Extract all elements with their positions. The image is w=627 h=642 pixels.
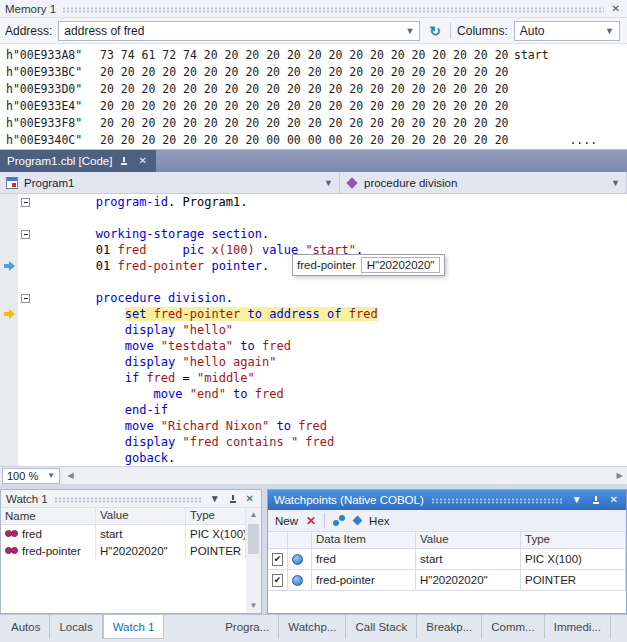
breakpoint-margin[interactable] xyxy=(0,370,18,386)
watchpoint-checkbox[interactable]: ✔ xyxy=(272,553,283,566)
memory-address: h"00E933D0" xyxy=(6,81,100,98)
watchpoints-title: Watchpoints (Native COBOL) xyxy=(274,494,424,506)
yellow-arrow-icon[interactable] xyxy=(0,306,18,322)
datatip-name: fred-pointer xyxy=(297,259,356,271)
blue-arrow-icon[interactable] xyxy=(0,258,18,274)
watchpoint-action-icon[interactable] xyxy=(353,516,363,526)
bottom-tab-watch-1[interactable]: Watch 1 xyxy=(103,615,165,639)
tab-program1-cbl[interactable]: Program1.cbl [Code] ✕ xyxy=(0,150,156,172)
breakpoint-margin[interactable] xyxy=(0,226,18,242)
window-menu-icon[interactable]: ▼ xyxy=(570,495,584,505)
breakpoint-margin[interactable] xyxy=(0,402,18,418)
fold-toggle-icon[interactable] xyxy=(18,194,32,210)
breakpoint-margin[interactable] xyxy=(0,338,18,354)
delete-watchpoint-icon[interactable]: ✕ xyxy=(306,515,316,527)
column-header-type[interactable]: Type xyxy=(186,508,246,524)
breakpoint-margin[interactable] xyxy=(0,418,18,434)
new-watchpoint-button[interactable]: New xyxy=(275,515,298,527)
breakpoint-margin[interactable] xyxy=(0,386,18,402)
watch-type: POINTER xyxy=(190,545,241,557)
scroll-down-icon[interactable]: ▼ xyxy=(250,599,258,613)
watch-row[interactable]: fred-pointerH"20202020"POINTER xyxy=(1,542,246,559)
zoom-dropdown[interactable]: 100 % ▼ xyxy=(2,468,60,484)
bottom-tab-comm[interactable]: Comm... xyxy=(482,615,544,639)
bottom-tab-breakp[interactable]: Breakp... xyxy=(417,615,482,639)
breakpoint-margin[interactable] xyxy=(0,354,18,370)
bottom-tab-call-stack[interactable]: Call Stack xyxy=(346,615,417,639)
fold-margin xyxy=(18,370,32,386)
breakpoint-margin[interactable] xyxy=(0,194,18,210)
tab-close-icon[interactable]: ✕ xyxy=(136,156,148,166)
scrollbar-thumb[interactable] xyxy=(248,524,259,554)
address-combo[interactable]: address of fred ▼ xyxy=(58,21,420,41)
fold-toggle-icon[interactable] xyxy=(18,290,32,306)
window-menu-icon[interactable]: ▼ xyxy=(208,494,222,504)
scrollbar-track[interactable] xyxy=(78,468,612,484)
code-text: move "testdata" to fred xyxy=(32,338,291,354)
chevron-down-icon[interactable]: ▼ xyxy=(599,26,614,36)
watchpoint-row[interactable]: ✔fred-pointerH"20202020"POINTER xyxy=(268,570,626,591)
watch-close-icon[interactable]: ✕ xyxy=(244,494,256,504)
watch-row[interactable]: fredstartPIC X(100) xyxy=(1,525,246,542)
zoom-value: 100 % xyxy=(7,470,38,482)
watch-titlebar[interactable]: Watch 1 ▼ ✕ xyxy=(1,490,261,508)
column-header-type[interactable]: Type xyxy=(521,532,626,548)
memory-grid[interactable]: h"00E933A8"73 74 61 72 74 20 20 20 20 20… xyxy=(0,44,627,149)
bottom-tab-progra[interactable]: Progra... xyxy=(216,615,279,639)
watchpoints-column-headers: Data Item Value Type xyxy=(268,532,626,549)
breakpoint-margin[interactable] xyxy=(0,274,18,290)
disable-watchpoints-icon[interactable] xyxy=(333,515,346,527)
columns-combo[interactable]: Auto ▼ xyxy=(514,21,620,41)
vertical-scrollbar[interactable]: ▲ ▼ xyxy=(246,508,261,613)
refresh-icon[interactable]: ↻ xyxy=(426,24,444,38)
pin-icon[interactable] xyxy=(228,494,238,504)
code-line: end-if xyxy=(0,402,627,418)
chevron-down-icon[interactable]: ▼ xyxy=(603,178,620,188)
scrollbar-track[interactable] xyxy=(246,522,261,599)
bottom-tab-autos[interactable]: Autos xyxy=(2,615,50,639)
breakpoint-margin[interactable] xyxy=(0,242,18,258)
editor-zoombar: 100 % ▼ ◀ ▶ xyxy=(0,466,627,484)
code-text: working-storage section. xyxy=(32,226,269,242)
breakpoint-margin[interactable] xyxy=(0,210,18,226)
code-editor[interactable]: program-id. Program1. working-storage se… xyxy=(0,194,627,466)
scroll-right-icon[interactable]: ▶ xyxy=(612,468,627,484)
breakpoint-margin[interactable] xyxy=(0,290,18,306)
watch-title: Watch 1 xyxy=(6,493,48,505)
chevron-down-icon[interactable]: ▼ xyxy=(316,178,333,188)
watch-variable-icon xyxy=(5,547,18,554)
breakpoint-margin[interactable] xyxy=(0,322,18,338)
memory-titlebar[interactable]: Memory 1 ✕ xyxy=(0,0,627,18)
pin-icon[interactable] xyxy=(591,495,601,505)
hex-toggle-button[interactable]: Hex xyxy=(369,515,389,527)
fold-margin xyxy=(18,418,32,434)
breakpoint-margin[interactable] xyxy=(0,434,18,450)
watchpoint-checkbox[interactable]: ✔ xyxy=(272,574,283,587)
pin-icon[interactable] xyxy=(119,156,129,166)
column-header-name[interactable]: Name xyxy=(1,508,96,524)
datatip-value[interactable]: H"20202020" xyxy=(361,257,441,273)
scope-dropdown[interactable]: Program1 ▼ xyxy=(0,172,340,193)
scroll-up-icon[interactable]: ▲ xyxy=(250,508,258,522)
column-header-value[interactable]: Value xyxy=(416,532,521,548)
scroll-left-icon[interactable]: ◀ xyxy=(63,468,78,484)
memory-close-icon[interactable]: ✕ xyxy=(610,4,622,14)
memory-toolbar: Address: address of fred ▼ ↻ Columns: Au… xyxy=(0,18,627,44)
chevron-down-icon[interactable]: ▼ xyxy=(399,26,414,36)
breakpoint-margin[interactable] xyxy=(0,450,18,466)
horizontal-scrollbar[interactable]: ◀ ▶ xyxy=(63,468,627,484)
bottom-tab-immedi[interactable]: Immedi... xyxy=(545,615,611,639)
fold-toggle-icon[interactable] xyxy=(18,226,32,242)
chevron-down-icon[interactable]: ▼ xyxy=(47,471,55,480)
watchpoints-toolbar: New ✕ Hex xyxy=(268,510,626,532)
watchpoint-row[interactable]: ✔fredstartPIC X(100) xyxy=(268,549,626,570)
bottom-tab-watchp[interactable]: Watchp... xyxy=(279,615,346,639)
watchpoints-close-icon[interactable]: ✕ xyxy=(608,495,620,505)
column-header-data-item[interactable]: Data Item xyxy=(312,532,416,548)
code-text: move "end" to fred xyxy=(32,386,284,402)
member-dropdown[interactable]: procedure division ▼ xyxy=(340,172,627,193)
watch-value: H"20202020" xyxy=(100,545,168,557)
watchpoints-titlebar[interactable]: Watchpoints (Native COBOL) ▼ ✕ xyxy=(268,490,626,510)
column-header-value[interactable]: Value xyxy=(96,508,186,524)
bottom-tab-locals[interactable]: Locals xyxy=(50,615,102,639)
